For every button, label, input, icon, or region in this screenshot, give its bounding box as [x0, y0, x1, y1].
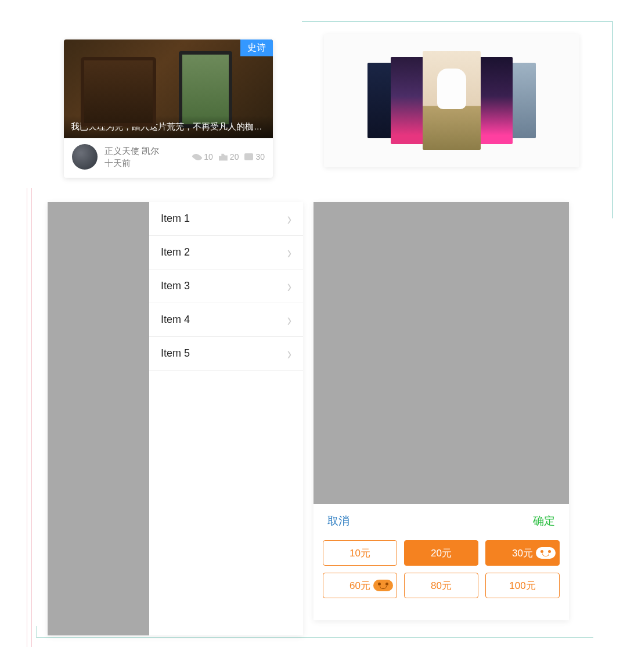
- bottom-sheet-panel: 取消 确定 10元 20元 30元 60元 80元 100元: [314, 202, 569, 620]
- like-count: 20: [230, 152, 239, 161]
- amount-label: 60元: [349, 579, 370, 592]
- amount-option-30[interactable]: 30元: [485, 540, 560, 566]
- chevron-right-icon: ›: [287, 275, 291, 296]
- view-count: 10: [204, 152, 213, 161]
- rarity-badge: 史诗: [240, 39, 273, 56]
- card-stats: 10 20 30: [193, 152, 265, 161]
- list-item-label: Item 4: [161, 314, 190, 326]
- eye-icon: [192, 152, 203, 162]
- confirm-button[interactable]: 确定: [533, 513, 555, 529]
- amount-label: 80元: [431, 579, 452, 592]
- list-item-label: Item 3: [161, 280, 190, 292]
- time-ago: 十天前: [105, 157, 186, 169]
- list-item[interactable]: Item 4 ›: [149, 303, 303, 337]
- amount-label: 100元: [509, 579, 535, 592]
- list-item-label: Item 5: [161, 347, 190, 360]
- amount-option-10[interactable]: 10元: [323, 540, 397, 566]
- chevron-right-icon: ›: [287, 309, 291, 330]
- feature-card[interactable]: 史诗 我已天理为凭，踏入这片荒芜，不再受凡人的枷… 正义天使 凯尔 十天前 10…: [64, 39, 273, 178]
- comment-icon: [244, 153, 253, 160]
- list-item[interactable]: Item 3 ›: [149, 269, 303, 303]
- amount-option-20[interactable]: 20元: [404, 540, 478, 566]
- amount-option-60[interactable]: 60元: [323, 573, 397, 598]
- amount-grid: 10元 20元 30元 60元 80元 100元: [314, 538, 569, 608]
- chevron-right-icon: ›: [287, 242, 291, 263]
- list-item[interactable]: Item 2 ›: [149, 236, 303, 269]
- card-caption: 我已天理为凭，踏入这片荒芜，不再受凡人的枷…: [64, 116, 273, 138]
- carousel-slide-active[interactable]: [423, 51, 481, 150]
- item-list: Item 1 › Item 2 › Item 3 › Item 4 › Item…: [149, 202, 303, 635]
- list-item[interactable]: Item 5 ›: [149, 337, 303, 371]
- cancel-button[interactable]: 取消: [327, 513, 349, 529]
- promo-badge-icon: [373, 580, 393, 591]
- list-item[interactable]: Item 1 ›: [149, 202, 303, 236]
- comment-count: 30: [255, 152, 265, 161]
- list-item-label: Item 1: [161, 213, 190, 225]
- sheet-actions: 取消 确定: [314, 504, 569, 538]
- amount-option-100[interactable]: 100元: [485, 573, 560, 598]
- chevron-right-icon: ›: [287, 208, 291, 229]
- amount-label: 30元: [512, 547, 533, 560]
- promo-badge-icon: [536, 547, 556, 559]
- placeholder-panel: [48, 202, 149, 635]
- amount-label: 20元: [431, 547, 452, 560]
- card-hero-image: 史诗 我已天理为凭，踏入这片荒芜，不再受凡人的枷…: [64, 39, 273, 138]
- placeholder-panel: [314, 202, 569, 504]
- author-name: 正义天使 凯尔: [105, 145, 186, 157]
- sidebar-list-panel: Item 1 › Item 2 › Item 3 › Item 4 › Item…: [48, 202, 303, 635]
- author-block: 正义天使 凯尔 十天前: [105, 145, 186, 169]
- list-item-label: Item 2: [161, 246, 190, 258]
- thumbs-up-icon: [219, 153, 228, 161]
- amount-label: 10元: [349, 547, 370, 560]
- author-avatar[interactable]: [72, 144, 98, 170]
- card-meta: 正义天使 凯尔 十天前 10 20 30: [64, 138, 273, 178]
- image-carousel[interactable]: [324, 34, 579, 167]
- amount-option-80[interactable]: 80元: [404, 573, 478, 598]
- chevron-right-icon: ›: [287, 343, 291, 364]
